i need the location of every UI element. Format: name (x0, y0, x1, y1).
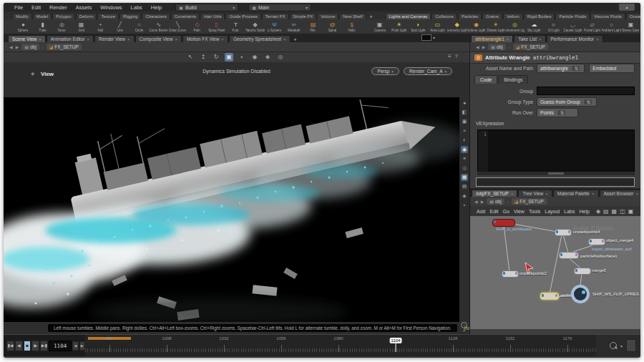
pane-tab[interactable]: /obj/FX_SETUP × (472, 190, 517, 197)
portal-light-tool[interactable]: ▱ Portal Light (582, 19, 602, 34)
breadcrumb-fxsetup[interactable]: ◪FX_SETUP (47, 44, 82, 50)
add-pane-tab-icon[interactable]: + (291, 37, 300, 42)
timeline-ruler[interactable]: 9841008103210561080112811521176 1104 (85, 335, 596, 356)
shelf-tab[interactable]: Particles (458, 13, 482, 19)
prev-frame-button[interactable]: ◀ (15, 341, 23, 351)
close-icon[interactable]: × (221, 37, 224, 41)
asset-library-dropdown[interactable]: Embedded (589, 64, 635, 73)
camera-tool[interactable]: ▣ Camera (370, 19, 389, 34)
vex-scrollbar[interactable] (477, 172, 635, 175)
environment-light-tool[interactable]: ◎ Environment Light (505, 19, 525, 34)
ambient-light-tool[interactable]: ◌ Ambient Light (602, 19, 621, 34)
snapshot-icon[interactable]: ▦ (461, 174, 468, 181)
node-flag[interactable] (560, 253, 562, 256)
breadcrumb-fxsetup[interactable]: ◪FX_SETUP (512, 198, 547, 205)
sim-toggle-icon[interactable]: ◉ (250, 53, 259, 62)
shelf-tab[interactable]: Texture (97, 13, 119, 19)
shelf-tab[interactable]: Modify (12, 13, 32, 19)
shelf-tab[interactable]: Rigging (119, 13, 141, 19)
lighting-icon[interactable]: ◉ (461, 146, 468, 153)
zoom-timeline-icon[interactable] (610, 342, 617, 349)
sky-light-tool[interactable]: ☁ Sky Light (525, 19, 544, 34)
list-view-icon[interactable]: ▦ (612, 208, 618, 215)
draw-curve-tool[interactable]: ╲ Draw Curve (168, 19, 187, 34)
breadcrumb-obj[interactable]: ▤obj (487, 198, 504, 205)
select-icon[interactable]: ↖ (186, 53, 195, 62)
rotate-icon[interactable]: ↻ (212, 53, 220, 62)
shelf-tab[interactable]: Rigid Bodies (524, 13, 555, 19)
play-button[interactable]: ▶ (31, 341, 39, 351)
material-icon[interactable]: ◐ (461, 137, 468, 144)
render-region[interactable] (4, 97, 459, 322)
menu-item[interactable]: Help (147, 4, 165, 11)
pane-tab[interactable]: Animation Editor × (47, 35, 94, 42)
close-icon[interactable]: × (511, 192, 514, 196)
spray-paint-tool[interactable]: ▯ Spray Paint (207, 19, 226, 34)
display-options-swatch[interactable]: ▾ (421, 34, 435, 41)
menu-item[interactable]: Go (501, 209, 512, 214)
shelf-tab[interactable]: Characters (142, 13, 170, 19)
shelf-tab[interactable]: New Shelf (339, 13, 366, 19)
grid-icon[interactable]: ◈ (461, 192, 468, 200)
grid-view-icon[interactable]: ◫ (620, 208, 625, 215)
close-icon[interactable]: × (127, 37, 130, 41)
node-merge5[interactable] (574, 268, 591, 275)
param-tab[interactable]: Bindings (498, 75, 528, 84)
sphere-tool[interactable]: ● Sphere (14, 19, 33, 34)
shelf-tab[interactable]: Viscous Fluids (590, 13, 625, 19)
helix-tool[interactable]: § Helix (342, 19, 361, 34)
grid-tool[interactable]: ▦ Grid (72, 19, 91, 34)
close-icon[interactable]: × (39, 37, 42, 41)
shelf-tab[interactable]: Terrain FX (262, 13, 289, 19)
area-light-tool[interactable]: ▭ Area Light (428, 19, 447, 34)
headlight-icon[interactable]: ☀ (461, 155, 468, 162)
info-icon[interactable]: i (461, 322, 467, 328)
spot-light-tool[interactable]: ◗ Spot Light (409, 19, 428, 34)
jump-start-button[interactable]: ▮◀ (6, 341, 14, 351)
current-tool-icon[interactable]: ▣ (225, 53, 233, 62)
stop-button[interactable]: ■ (24, 341, 31, 351)
menu-item[interactable]: Windows (97, 4, 125, 11)
point-light-tool[interactable]: ☀ Point Light (389, 19, 409, 34)
close-icon[interactable]: × (635, 192, 638, 196)
close-icon[interactable]: × (175, 37, 177, 41)
distant-light-tool[interactable]: ☀ Distant Light (486, 19, 505, 34)
shelf-tab[interactable]: Oceans (626, 13, 640, 19)
shelf-tab[interactable]: Lights and Cameras (386, 13, 431, 19)
group-type-dropdown[interactable]: Guess from Group⇅ (537, 97, 597, 107)
node-object-merge4[interactable] (588, 238, 605, 245)
close-icon[interactable]: × (592, 192, 595, 196)
pane-tab[interactable]: Performance Monitor × (547, 35, 603, 42)
forward-icon[interactable]: ▶ (481, 199, 484, 204)
menu-item[interactable]: Labs (562, 209, 577, 214)
shelf-tab[interactable]: Hair Utils (200, 13, 225, 19)
close-icon[interactable]: × (545, 192, 548, 196)
shade-mode-icon[interactable]: ◧ (461, 109, 468, 116)
font-tool[interactable]: T Font (226, 19, 245, 34)
shelf-tab[interactable]: Deform (76, 13, 97, 19)
translate-icon[interactable]: ↥ (199, 53, 208, 62)
node-flag[interactable] (556, 230, 558, 233)
pane-tab[interactable]: Asset Browser × (600, 190, 640, 197)
volume-light-tool[interactable]: ◉ Volume Light (467, 19, 486, 34)
background-icon[interactable]: ▤ (461, 183, 468, 190)
visibility-icon[interactable]: ● (461, 99, 468, 107)
shelf-tab[interactable]: Simple FX (290, 13, 317, 19)
playbar-options-button[interactable] (626, 339, 636, 352)
node-unpackpoints4[interactable] (555, 229, 572, 236)
pane-tab[interactable]: Motion FX View × (182, 35, 228, 42)
close-icon[interactable]: × (596, 37, 599, 41)
node-flag[interactable] (494, 220, 496, 223)
forward-icon[interactable]: ▶ (482, 44, 486, 49)
node-flag[interactable] (590, 240, 592, 243)
node-flag[interactable] (503, 272, 505, 275)
file-tool[interactable]: ▤ File (303, 19, 323, 34)
pane-tab[interactable]: Tree View × (518, 190, 552, 197)
close-icon[interactable]: × (539, 37, 542, 41)
spiral-tool[interactable]: @ Spiral (323, 19, 342, 34)
menu-item[interactable]: Labs (127, 4, 146, 11)
node-flag[interactable] (542, 294, 544, 297)
geometry-light-tool[interactable]: ◆ Geometry Light (447, 19, 467, 34)
hdri-icon[interactable]: ◎ (461, 165, 468, 172)
shelf-tab[interactable]: Constraints (171, 13, 200, 19)
